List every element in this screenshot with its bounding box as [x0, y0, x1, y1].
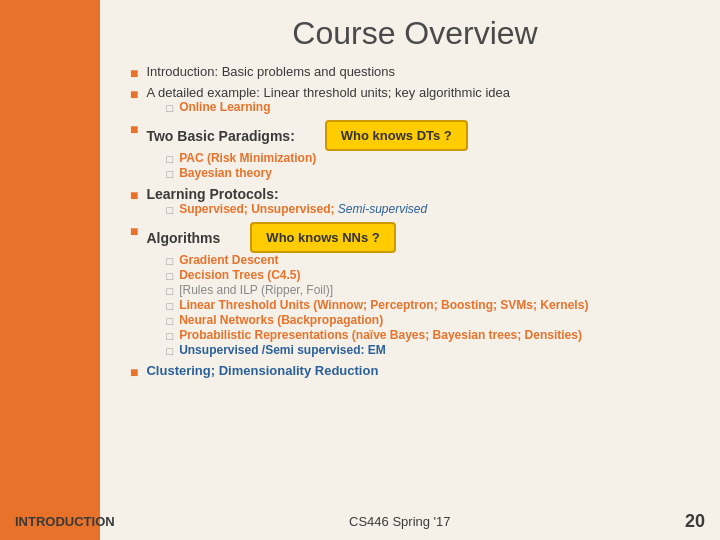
list-item: □ Decision Trees (C4.5): [166, 268, 700, 282]
dt-text: Decision Trees (C4.5): [179, 268, 300, 282]
sub-bullet-icon: □: [166, 285, 173, 297]
sub-bullet-icon: □: [166, 204, 173, 216]
page-title: Course Overview: [130, 15, 700, 52]
bullet-icon: ■: [130, 121, 138, 137]
online-learning-text: Online Learning: [179, 100, 270, 114]
semisupervised-part: Semi-supervised: [338, 202, 427, 216]
supervised-text: Supervised; Unsupervised; Semi-supervise…: [179, 202, 427, 216]
dts-tooltip: Who knows DTs ?: [325, 120, 468, 151]
paradigms-container: Two Basic Paradigms: Who knows DTs ? □ P…: [146, 120, 700, 182]
footer: INTRODUCTION CS446 Spring '17 20: [0, 511, 720, 532]
list-item: □ Neural Networks (Backpropagation): [166, 313, 700, 327]
list-item: □ [Rules and ILP (Ripper, Foil)]: [166, 283, 700, 297]
bullet-icon: ■: [130, 187, 138, 203]
sub-bullet-icon: □: [166, 102, 173, 114]
list-item: □ Gradient Descent: [166, 253, 700, 267]
paradigms-text: Two Basic Paradigms:: [146, 128, 294, 144]
gd-text: Gradient Descent: [179, 253, 278, 267]
bullet-icon: ■: [130, 364, 138, 380]
main-list: ■ Introduction: Basic problems and quest…: [130, 64, 700, 380]
list-item: □ Probabilistic Representations (naïve B…: [166, 328, 700, 342]
sub-list: □ Online Learning: [166, 100, 510, 114]
sub-bullet-icon: □: [166, 168, 173, 180]
list-item: □ Supervised; Unsupervised; Semi-supervi…: [166, 202, 427, 216]
list-item: ■ Introduction: Basic problems and quest…: [130, 64, 700, 81]
sub-bullet-icon: □: [166, 153, 173, 165]
algorithms-container: Algorithms Who knows NNs ? □ Gradient De…: [146, 222, 700, 359]
bullet-icon: ■: [130, 65, 138, 81]
list-item: □ Bayesian theory: [166, 166, 700, 180]
intro-text: Introduction: Basic problems and questio…: [146, 64, 395, 79]
sub-list: □ Supervised; Unsupervised; Semi-supervi…: [166, 202, 427, 216]
paradigms-row: Two Basic Paradigms: Who knows DTs ?: [146, 120, 700, 151]
list-item: ■ Algorithms Who knows NNs ? □ Gradient …: [130, 222, 700, 359]
footer-left: INTRODUCTION: [10, 514, 115, 529]
footer-center: CS446 Spring '17: [349, 514, 451, 529]
nn-text: Neural Networks (Backpropagation): [179, 313, 383, 327]
sub-bullet-icon: □: [166, 300, 173, 312]
sub-list: □ Gradient Descent □ Decision Trees (C4.…: [166, 253, 700, 357]
list-item: □ Linear Threshold Units (Winnow; Percep…: [166, 298, 700, 312]
sub-bullet-icon: □: [166, 315, 173, 327]
nns-tooltip: Who knows NNs ?: [250, 222, 395, 253]
example-text: A detailed example: Linear threshold uni…: [146, 85, 510, 100]
list-item: □ PAC (Risk Minimization): [166, 151, 700, 165]
main-content: Course Overview ■ Introduction: Basic pr…: [100, 0, 720, 540]
bullet-icon: ■: [130, 86, 138, 102]
supervised-part: Supervised; Unsupervised;: [179, 202, 338, 216]
clustering-text: Clustering; Dimensionality Reduction: [146, 363, 378, 378]
bullet-icon: ■: [130, 223, 138, 239]
prob-text: Probabilistic Representations (naïve Bay…: [179, 328, 582, 342]
sub-bullet-icon: □: [166, 345, 173, 357]
list-item: ■ Two Basic Paradigms: Who knows DTs ? □…: [130, 120, 700, 182]
bayesian-text: Bayesian theory: [179, 166, 272, 180]
list-item: ■ A detailed example: Linear threshold u…: [130, 85, 700, 116]
list-item: □ Online Learning: [166, 100, 510, 114]
sub-bullet-icon: □: [166, 255, 173, 267]
sub-bullet-icon: □: [166, 270, 173, 282]
left-bar: [0, 0, 100, 540]
footer-right: 20: [685, 511, 705, 532]
list-item: ■ Learning Protocols: □ Supervised; Unsu…: [130, 186, 700, 218]
list-item: □ Unsupervised /Semi supervised: EM: [166, 343, 700, 357]
protocols-container: Learning Protocols: □ Supervised; Unsupe…: [146, 186, 427, 218]
algorithms-row: Algorithms Who knows NNs ?: [146, 222, 700, 253]
pac-text: PAC (Risk Minimization): [179, 151, 316, 165]
rules-text: [Rules and ILP (Ripper, Foil)]: [179, 283, 333, 297]
sub-bullet-icon: □: [166, 330, 173, 342]
protocols-text: Learning Protocols:: [146, 186, 278, 202]
algorithms-text: Algorithms: [146, 230, 220, 246]
list-item: ■ Clustering; Dimensionality Reduction: [130, 363, 700, 380]
unsup-text: Unsupervised /Semi supervised: EM: [179, 343, 386, 357]
example-container: A detailed example: Linear threshold uni…: [146, 85, 510, 116]
sub-list: □ PAC (Risk Minimization) □ Bayesian the…: [166, 151, 700, 180]
ltu-text: Linear Threshold Units (Winnow; Perceptr…: [179, 298, 588, 312]
